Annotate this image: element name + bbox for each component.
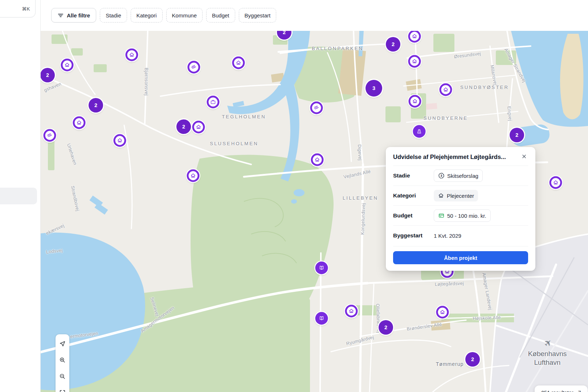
zoom-out-button[interactable] [56,368,69,384]
filter-chip-stadie[interactable]: Stadie [100,8,127,23]
zoom-in-button[interactable] [56,352,69,368]
filter-bar: Alle filtre StadieKategoriKommuneBudgetB… [51,8,276,23]
fullscreen-button[interactable] [56,384,69,392]
map-pin-house[interactable] [187,170,200,182]
popup-row-kategori: Kategori Plejecenter [393,186,528,206]
map-pin-house[interactable] [408,55,421,68]
map-cluster-marker[interactable]: 2 [465,352,480,367]
map-pin-house[interactable] [345,305,358,318]
close-icon[interactable] [520,153,528,161]
map-pin-house[interactable] [440,83,452,96]
shortcut-badge: ⌘K [22,6,30,12]
map-pin-house[interactable] [232,57,245,69]
open-project-button[interactable]: Åben projekt [393,251,528,264]
row-label: Budget [393,212,434,219]
locate-icon [59,340,66,347]
filter-chip-kategori[interactable]: Kategori [131,8,163,23]
map-pin-house[interactable] [436,306,449,319]
popup-title: Udvidelse af Plejehjemmet Løjtegårds... [393,154,506,160]
locate-button[interactable] [56,335,69,352]
svg-text:3: 3 [441,174,442,177]
house-icon [438,192,444,199]
map-cluster-marker[interactable]: 2 [379,320,393,335]
row-label: Kategori [393,192,434,199]
app-window: BALLONPARKENTEGLHOLMENSLUSEHOLMENSUNDBYØ… [0,0,588,392]
results-count-pill: 251 resultater · 7 [535,385,588,392]
map-pin-house[interactable] [61,59,74,72]
map-cluster-marker[interactable]: 3 [366,80,382,97]
all-filters-button[interactable]: Alle filtre [51,8,96,23]
map-pin-house[interactable] [311,154,324,166]
map-controls [56,334,69,392]
fullscreen-icon [59,389,66,392]
popup-row-budget: Budget 50 - 100 mio. kr. [393,206,528,226]
byggestart-value: 1 Kvt. 2029 [434,233,461,239]
map-pin-waves[interactable] [188,61,200,74]
map-pin-house[interactable] [73,117,86,129]
category-value: Plejecenter [447,193,474,199]
zoom-out-icon [59,373,66,380]
row-label: Stadie [393,172,434,179]
map-pin-house[interactable] [126,49,138,61]
budget-value: 50 - 100 mio. kr. [447,213,486,219]
popup-row-stadie: Stadie 3 Skitseforslag [393,166,528,186]
map-pin-waves[interactable] [310,102,323,114]
category-badge: Plejecenter [434,190,478,201]
map-pin-house[interactable] [409,95,421,108]
filter-chip-budget[interactable]: Budget [206,8,235,23]
sidebar: ⌘K [0,0,41,392]
all-filters-label: Alle filtre [67,12,90,19]
budget-badge: 50 - 100 mio. kr. [434,209,491,222]
map-cluster-marker[interactable]: 2 [277,31,291,40]
zoom-in-icon [59,356,66,364]
popup-header: Udvidelse af Plejehjemmet Løjtegårds... [393,153,528,166]
credit-card-icon [438,212,445,219]
map-pin-road[interactable] [413,125,426,138]
map-cluster-marker[interactable]: 2 [176,119,191,134]
stage-badge: 3 Skitseforslag [434,170,483,182]
map-cluster-marker[interactable]: 2 [386,37,400,52]
project-popup: Udvidelse af Plejehjemmet Løjtegårds... … [386,147,535,271]
filter-icon [57,13,64,18]
map-pin-book[interactable] [315,262,328,274]
map-pin-waves[interactable] [44,129,56,142]
filter-chip-kommune[interactable]: Kommune [166,8,203,23]
filter-chips: StadieKategoriKommuneBudgetByggestart [100,8,276,23]
filter-chip-byggestart[interactable]: Byggestart [239,8,277,23]
popup-row-byggestart: Byggestart 1 Kvt. 2029 [393,226,528,245]
map-cluster-marker[interactable]: 2 [510,128,524,142]
popup-footer: Åben projekt [393,246,528,264]
map-pin-briefcase[interactable] [207,96,220,109]
map-pin-house[interactable] [114,134,126,147]
row-label: Byggestart [393,232,434,239]
map-pin-house[interactable] [550,176,562,189]
sidebar-item-selected[interactable] [0,188,37,204]
map-canvas[interactable]: BALLONPARKENTEGLHOLMENSLUSEHOLMENSUNDBYØ… [41,31,588,392]
search-input[interactable]: ⌘K [0,0,36,17]
map-cluster-marker[interactable]: 2 [89,98,103,113]
map-cluster-marker[interactable]: 2 [41,68,55,82]
stage-value: Skitseforslag [447,173,478,179]
stage-progress-icon: 3 [438,172,445,179]
map-pin-book[interactable] [315,312,328,325]
map-pin-house[interactable] [408,31,421,43]
map-pin-house[interactable] [192,121,205,134]
